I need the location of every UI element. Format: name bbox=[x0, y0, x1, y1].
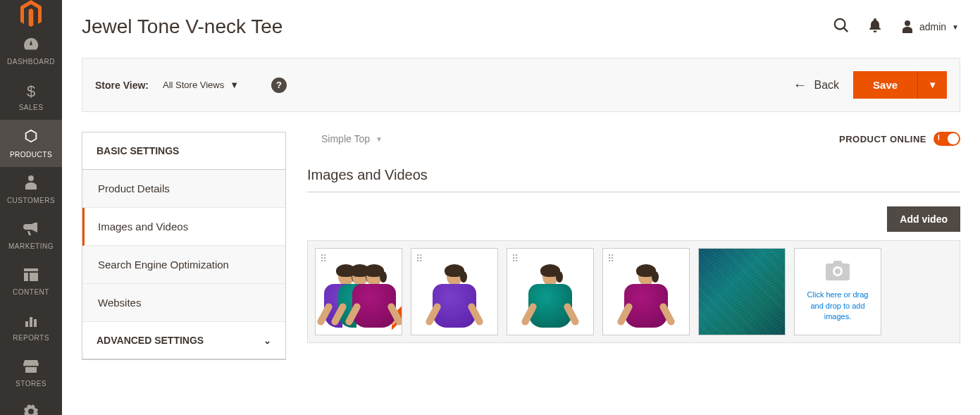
user-icon bbox=[901, 20, 914, 33]
main-area: Jewel Tone V-neck Tee admin ▼ Store View… bbox=[62, 0, 980, 415]
save-button-group: Save ▼ bbox=[853, 71, 947, 99]
nav-sales[interactable]: $ SALES bbox=[0, 74, 62, 120]
content-wrap: BASIC SETTINGS Product Details Images an… bbox=[82, 132, 960, 360]
bar-chart-icon bbox=[24, 313, 38, 331]
save-dropdown-button[interactable]: ▼ bbox=[917, 71, 947, 99]
drag-handle-icon[interactable]: ⠿ bbox=[320, 253, 327, 264]
caret-down-icon: ▼ bbox=[376, 135, 383, 143]
uploader-text: Click here or drag and drop to add image… bbox=[800, 290, 875, 322]
section-title: Images and Videos bbox=[307, 167, 960, 192]
nav-products[interactable]: PRODUCTS bbox=[0, 120, 62, 167]
header-tools: admin ▼ bbox=[833, 18, 959, 37]
page-header: Jewel Tone V-neck Tee admin ▼ bbox=[62, 0, 980, 45]
basic-settings-header[interactable]: BASIC SETTINGS bbox=[82, 132, 285, 170]
store-icon bbox=[23, 359, 39, 377]
tab-product-details[interactable]: Product Details bbox=[82, 170, 285, 208]
drag-handle-icon[interactable]: ⠿ bbox=[607, 253, 614, 264]
help-icon[interactable]: ? bbox=[271, 78, 287, 93]
megaphone-icon bbox=[23, 221, 39, 240]
nav-dashboard[interactable]: DASHBOARD bbox=[0, 28, 62, 74]
nav-marketing[interactable]: MARKETING bbox=[0, 213, 62, 259]
drag-handle-icon[interactable]: ⠿ bbox=[511, 253, 519, 264]
store-view-switcher: Store View: All Store Views ▼ ? bbox=[95, 78, 287, 93]
gallery-thumb-base[interactable]: ⠿ BASE bbox=[315, 248, 402, 335]
product-online-toggle[interactable]: I bbox=[934, 132, 960, 146]
admin-sidebar: DASHBOARD $ SALES PRODUCTS CUSTOMERS MAR… bbox=[0, 0, 62, 415]
cube-icon bbox=[23, 128, 39, 148]
nav-customers[interactable]: CUSTOMERS bbox=[0, 167, 62, 213]
camera-icon bbox=[826, 261, 850, 285]
tab-images-videos[interactable]: Images and Videos bbox=[82, 208, 285, 246]
chevron-down-icon: ⌄ bbox=[263, 335, 271, 346]
gallery-thumb[interactable]: ⠿ bbox=[602, 248, 690, 335]
gear-icon bbox=[24, 404, 38, 415]
dollar-icon: $ bbox=[27, 82, 35, 101]
actions-bar: Store View: All Store Views ▼ ? ← Back S… bbox=[82, 58, 960, 112]
gallery-thumb-swatch[interactable] bbox=[698, 248, 786, 335]
drag-handle-icon[interactable]: ⠿ bbox=[416, 253, 423, 264]
tab-seo[interactable]: Search Engine Optimization bbox=[82, 246, 285, 284]
image-uploader[interactable]: Click here or drag and drop to add image… bbox=[794, 248, 881, 335]
settings-panel: BASIC SETTINGS Product Details Images an… bbox=[82, 132, 286, 360]
caret-down-icon: ▼ bbox=[230, 80, 239, 90]
toggle-on-icon: I bbox=[938, 134, 940, 142]
right-panel: Simple Top ▼ PRODUCT ONLINE I Images and… bbox=[307, 132, 960, 360]
product-status: PRODUCT ONLINE I bbox=[839, 132, 960, 146]
search-icon[interactable] bbox=[833, 18, 849, 37]
bell-icon[interactable] bbox=[869, 18, 881, 36]
image-gallery: ⠿ BASE ⠿ ⠿ bbox=[307, 240, 960, 343]
gallery-thumb[interactable]: ⠿ bbox=[507, 248, 594, 335]
basic-settings-body: Product Details Images and Videos Search… bbox=[82, 170, 285, 322]
arrow-left-icon: ← bbox=[793, 77, 807, 93]
gallery-thumb[interactable]: ⠿ bbox=[411, 248, 498, 335]
fabric-swatch bbox=[699, 249, 785, 335]
gauge-icon bbox=[23, 37, 39, 55]
page-title: Jewel Tone V-neck Tee bbox=[82, 16, 283, 38]
product-top-row: Simple Top ▼ PRODUCT ONLINE I bbox=[307, 132, 960, 146]
nav-stores[interactable]: STORES bbox=[0, 350, 62, 396]
nav-system[interactable] bbox=[0, 396, 62, 415]
advanced-settings-header[interactable]: ADVANCED SETTINGS ⌄ bbox=[82, 322, 285, 359]
save-button[interactable]: Save bbox=[853, 71, 917, 99]
store-view-select[interactable]: All Store Views ▼ bbox=[163, 80, 239, 90]
magento-logo[interactable] bbox=[0, 0, 62, 28]
nav-content[interactable]: CONTENT bbox=[0, 259, 62, 304]
tab-websites[interactable]: Websites bbox=[82, 284, 285, 322]
add-video-button[interactable]: Add video bbox=[887, 206, 960, 232]
nav-reports[interactable]: REPORTS bbox=[0, 304, 62, 350]
layout-icon bbox=[24, 267, 38, 285]
back-button[interactable]: ← Back bbox=[793, 77, 840, 93]
actions-right: ← Back Save ▼ bbox=[793, 71, 948, 99]
admin-user-menu[interactable]: admin ▼ bbox=[901, 20, 959, 33]
caret-down-icon: ▼ bbox=[952, 23, 959, 31]
person-icon bbox=[25, 175, 37, 194]
add-video-row: Add video bbox=[307, 206, 960, 232]
product-type-selector[interactable]: Simple Top ▼ bbox=[321, 133, 383, 144]
